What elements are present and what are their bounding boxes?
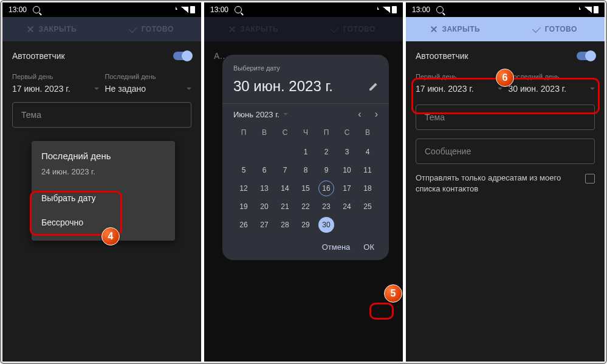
calendar-day[interactable]: 14	[275, 179, 295, 197]
calendar-day[interactable]: 8	[295, 161, 316, 179]
dow-header: В	[357, 125, 378, 143]
calendar-day[interactable]: 17	[337, 179, 357, 197]
done-button[interactable]: ГОТОВО	[506, 17, 605, 41]
check-icon	[532, 24, 541, 32]
message-input[interactable]: Сообщение	[416, 139, 595, 164]
close-label: ЗАКРЫТЬ	[38, 25, 77, 33]
close-button[interactable]: ЗАКРЫТЬ	[2, 17, 102, 41]
dow-header: С	[275, 125, 295, 143]
calendar-day[interactable]: 21	[275, 197, 295, 216]
search-icon	[436, 6, 444, 13]
status-bar: 13:00	[406, 2, 605, 17]
calendar-day[interactable]: 13	[254, 179, 275, 197]
done-label: ГОТОВО	[142, 25, 174, 33]
calendar-day[interactable]: 18	[357, 179, 378, 197]
autoresponder-label: Автоответчик	[416, 51, 468, 61]
signal-icon	[585, 7, 592, 13]
autoresponder-label: Автоответчик	[12, 51, 65, 61]
dow-header: П	[316, 125, 337, 143]
calendar-day[interactable]: 25	[357, 197, 378, 216]
dow-header: С	[337, 125, 357, 143]
close-label: ЗАКРЫТЬ	[442, 25, 480, 33]
calendar-day[interactable]: 4	[357, 143, 378, 161]
calendar-day[interactable]: 19	[233, 197, 254, 216]
calendar-day	[254, 143, 275, 161]
autoresponder-toggle[interactable]	[577, 52, 595, 60]
callout-badge-6: 6	[496, 69, 514, 87]
cancel-button[interactable]: Отмена	[322, 242, 351, 252]
calendar-day[interactable]: 6	[254, 161, 275, 179]
done-button[interactable]: ГОТОВО	[102, 17, 202, 41]
battery-icon	[392, 6, 397, 13]
calendar-day[interactable]: 22	[295, 197, 316, 216]
last-day-caption: Последний день	[105, 73, 192, 80]
wifi-icon	[575, 7, 583, 13]
calendar-day	[337, 216, 357, 234]
battery-icon	[190, 6, 195, 13]
highlight-box-5	[369, 303, 394, 320]
first-day-value: 17 июн. 2023 г.	[12, 84, 70, 94]
subject-input[interactable]: Тема	[12, 102, 191, 128]
calendar-day[interactable]: 15	[295, 179, 316, 197]
screenshot-panel-3: 13:00 ЗАКРЫТЬ ГОТОВО Автоответчик	[406, 2, 605, 362]
signal-icon	[383, 7, 390, 13]
calendar-grid: ПВСЧПСВ 12345678910111213141516171819202…	[233, 125, 378, 234]
month-selector[interactable]: Июнь 2023 г.	[233, 110, 288, 119]
autoresponder-toggle[interactable]	[173, 52, 191, 60]
close-icon	[431, 26, 437, 32]
clock: 13:00	[412, 5, 430, 14]
top-action-bar: ЗАКРЫТЬ ГОТОВО	[406, 17, 605, 41]
calendar-day[interactable]: 9	[316, 161, 337, 179]
popup-title: Последний день	[32, 151, 175, 167]
status-bar: 13:00	[204, 2, 403, 17]
calendar-day	[275, 143, 295, 161]
edit-icon[interactable]	[369, 82, 378, 91]
calendar-day[interactable]: 26	[233, 216, 254, 234]
calendar-day[interactable]: 5	[233, 161, 254, 179]
only-contacts-label: Отправлять только адресатам из моего спи…	[416, 173, 577, 194]
ok-button[interactable]: ОК	[363, 242, 374, 252]
calendar-day[interactable]: 3	[337, 143, 357, 161]
calendar-day[interactable]: 16	[316, 179, 337, 197]
divider	[222, 103, 389, 104]
search-icon	[33, 6, 40, 13]
calendar-day[interactable]: 11	[357, 161, 378, 179]
calendar-day[interactable]: 7	[275, 161, 295, 179]
prev-month-button[interactable]: ‹	[358, 109, 361, 120]
calendar-day[interactable]: 1	[295, 143, 316, 161]
calendar-day[interactable]: 24	[337, 197, 357, 216]
calendar-day[interactable]: 10	[337, 161, 357, 179]
popup-subtitle: 24 июн. 2023 г.	[32, 167, 175, 186]
close-icon	[27, 26, 33, 32]
first-day-selector[interactable]: Первый день 17 июн. 2023 г.	[12, 73, 99, 94]
close-button[interactable]: ЗАКРЫТЬ	[406, 17, 506, 41]
chevron-down-icon	[283, 113, 288, 115]
calendar-day[interactable]: 27	[254, 216, 275, 234]
calendar-day[interactable]: 28	[275, 216, 295, 234]
calendar-day[interactable]: 2	[316, 143, 337, 161]
wifi-icon	[374, 7, 381, 13]
next-month-button[interactable]: ›	[375, 109, 378, 120]
calendar-day[interactable]: 30	[316, 216, 337, 234]
done-label: ГОТОВО	[545, 25, 577, 33]
dialog-selected-date: 30 июн. 2023 г.	[233, 78, 333, 95]
calendar-day[interactable]: 23	[316, 197, 337, 216]
calendar-day[interactable]: 12	[233, 179, 254, 197]
calendar-day	[233, 143, 254, 161]
check-icon	[129, 24, 137, 32]
callout-badge-4: 4	[101, 227, 120, 246]
only-contacts-checkbox[interactable]	[585, 174, 595, 184]
month-label: Июнь 2023 г.	[233, 110, 279, 119]
chevron-down-icon	[94, 88, 99, 90]
calendar-day[interactable]: 29	[295, 216, 316, 234]
clock: 13:00	[9, 5, 27, 14]
calendar-day[interactable]: 20	[254, 197, 275, 216]
screenshot-panel-1: 13:00 ЗАКРЫТЬ ГОТОВО Автоответчик	[2, 2, 201, 362]
dialog-caption: Выберите дату	[233, 64, 378, 72]
signal-icon	[181, 7, 188, 13]
callout-badge-5: 5	[384, 284, 402, 303]
status-bar: 13:00	[2, 2, 201, 17]
chevron-down-icon	[187, 88, 191, 90]
last-day-selector[interactable]: Последний день Не задано	[105, 73, 192, 94]
top-action-bar: ЗАКРЫТЬ ГОТОВО	[2, 17, 201, 41]
